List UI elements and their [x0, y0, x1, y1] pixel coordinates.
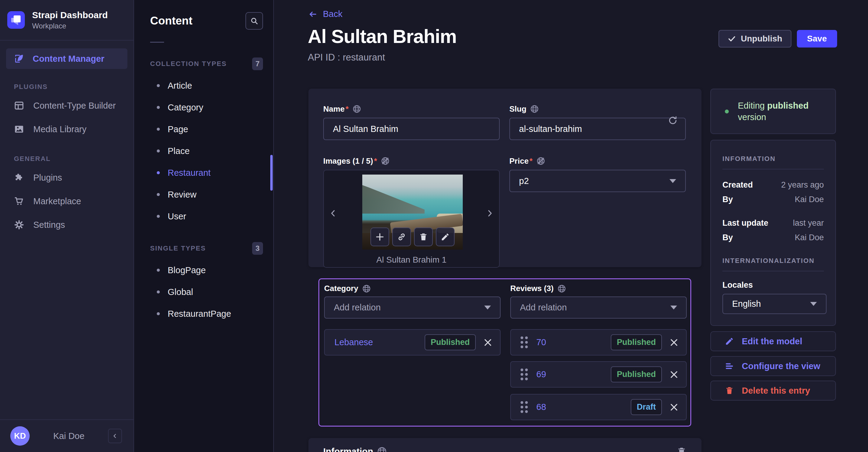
- sidebar-item-settings[interactable]: Settings: [6, 213, 127, 236]
- bullet-icon: [157, 215, 160, 218]
- close-icon: [669, 370, 679, 379]
- puzzle-icon: [14, 172, 24, 183]
- regenerate-slug-icon[interactable]: [668, 115, 678, 126]
- sidebar-item-content-manager[interactable]: Content Manager: [6, 49, 127, 69]
- carousel-next-button[interactable]: [485, 207, 494, 219]
- add-image-button[interactable]: [370, 227, 389, 246]
- delete-entry-button[interactable]: Delete this entry: [710, 381, 836, 400]
- sidebar-item-review[interactable]: Review: [150, 184, 263, 205]
- sidebar-item-label: Media Library: [33, 124, 87, 134]
- relation-link[interactable]: Lebanese: [334, 337, 417, 347]
- chevron-down-icon: [810, 302, 817, 306]
- search-icon: [250, 17, 258, 25]
- relation-link[interactable]: 68: [536, 402, 623, 412]
- sidebar-item-global[interactable]: Global: [150, 281, 263, 303]
- edit-image-button[interactable]: [436, 227, 455, 246]
- globe-icon: [352, 104, 361, 114]
- remove-relation-button[interactable]: [669, 370, 679, 379]
- locales-label: Locales: [722, 281, 824, 290]
- sidebar-item-label: Content Manager: [33, 54, 104, 64]
- locale-select[interactable]: English: [722, 294, 827, 314]
- brand[interactable]: Strapi Dashboard Workplace: [0, 0, 133, 40]
- collapse-sidebar-button[interactable]: [108, 429, 122, 443]
- user-menu[interactable]: KD Kai Doe: [0, 419, 133, 452]
- chevron-down-icon: [484, 305, 491, 310]
- scrollbar-thumb[interactable]: [270, 155, 273, 191]
- sidebar-item-media-library[interactable]: Media Library: [6, 118, 127, 141]
- sidebar-item-page[interactable]: Page: [150, 118, 263, 140]
- search-button[interactable]: [245, 12, 263, 30]
- drag-handle-icon[interactable]: [521, 401, 528, 413]
- delete-component-icon[interactable]: [677, 447, 686, 452]
- reviews-label: Reviews (3): [510, 284, 554, 293]
- sidebar-item-article[interactable]: Article: [150, 75, 263, 97]
- sidebar-item-marketplace[interactable]: Marketplace: [6, 189, 127, 213]
- trash-icon: [725, 386, 734, 395]
- nav-section-plugins: PLUGINS: [14, 83, 127, 91]
- name-input[interactable]: [323, 118, 500, 140]
- main-content: Back Al Sultan Brahim API ID : restauran…: [274, 0, 868, 452]
- subnav-title: Content: [150, 14, 192, 27]
- single-types-count-badge: 3: [252, 242, 263, 255]
- sidebar-item-user[interactable]: User: [150, 205, 263, 227]
- sidebar-item-label: Content-Type Builder: [33, 101, 116, 111]
- single-types-label: SINGLE TYPES: [150, 245, 206, 252]
- chevron-left-icon: [112, 433, 118, 439]
- remove-relation-button[interactable]: [483, 337, 493, 347]
- pencil-icon: [725, 337, 734, 346]
- bullet-icon: [157, 269, 160, 272]
- category-relation-row: Lebanese Published: [324, 329, 501, 355]
- api-id: API ID : restaurant: [308, 52, 385, 63]
- chevron-down-icon: [670, 305, 677, 310]
- drag-handle-icon[interactable]: [521, 368, 528, 380]
- configure-view-button[interactable]: Configure the view: [710, 356, 836, 376]
- category-add-relation-select[interactable]: Add relation: [324, 296, 501, 319]
- relations-group: Category Add relation Lebanese Published…: [318, 278, 691, 427]
- edit-model-button[interactable]: Edit the model: [710, 331, 836, 351]
- sidebar-item-restaurantpage[interactable]: RestaurantPage: [150, 303, 263, 325]
- category-label: Category: [324, 284, 358, 293]
- meta-row-created-by: By Kai Doe: [722, 195, 824, 204]
- bullet-icon: [157, 84, 160, 87]
- entry-form-card: Name* Slug: [308, 89, 702, 267]
- sidebar-item-label: Settings: [33, 220, 65, 230]
- images-field: Images (1 / 5)*: [323, 156, 500, 268]
- relation-link[interactable]: 70: [536, 337, 603, 347]
- copy-link-button[interactable]: [392, 227, 411, 246]
- bullet-icon: [157, 128, 160, 131]
- information-section-label: INFORMATION: [722, 155, 824, 163]
- globe-icon: [530, 104, 539, 114]
- back-link[interactable]: Back: [308, 9, 342, 19]
- chevron-down-icon: [670, 179, 676, 183]
- bullet-icon: [157, 290, 160, 293]
- status-badge: Published: [611, 366, 662, 382]
- bullet-icon: [157, 171, 160, 174]
- image-carousel: Al Sultan Brahim 1: [323, 170, 500, 268]
- save-button[interactable]: Save: [797, 30, 837, 47]
- sidebar-item-content-type-builder[interactable]: Content-Type Builder: [6, 94, 127, 118]
- carousel-prev-button[interactable]: [329, 207, 338, 219]
- price-select[interactable]: p2: [509, 170, 686, 192]
- sidebar-item-blogpage[interactable]: BlogPage: [150, 259, 263, 281]
- sidebar-item-label: Marketplace: [33, 196, 81, 206]
- avatar[interactable]: KD: [10, 426, 30, 446]
- reviews-add-relation-select[interactable]: Add relation: [510, 296, 687, 319]
- unpublish-button[interactable]: Unpublish: [718, 30, 792, 47]
- sidebar-item-category[interactable]: Category: [150, 97, 263, 118]
- price-label: Price: [509, 156, 529, 166]
- content-sidebar: Content COLLECTION TYPES 7 Article Categ…: [134, 0, 274, 452]
- globe-icon: [557, 284, 566, 293]
- close-icon: [669, 402, 679, 412]
- remove-relation-button[interactable]: [669, 402, 679, 412]
- remove-relation-button[interactable]: [669, 337, 679, 347]
- slug-input[interactable]: [509, 118, 686, 140]
- sidebar-item-restaurant[interactable]: Restaurant: [150, 162, 263, 184]
- sidebar-item-place[interactable]: Place: [150, 140, 263, 162]
- delete-image-button[interactable]: [414, 227, 433, 246]
- meta-row-created: Created 2 years ago: [722, 180, 824, 190]
- relation-link[interactable]: 69: [536, 369, 603, 379]
- meta-row-updated-by: By Kai Doe: [722, 233, 824, 243]
- drag-handle-icon[interactable]: [521, 336, 528, 348]
- collection-types-list: Article Category Page Place Restaurant R…: [150, 75, 263, 227]
- sidebar-item-plugins[interactable]: Plugins: [6, 166, 127, 189]
